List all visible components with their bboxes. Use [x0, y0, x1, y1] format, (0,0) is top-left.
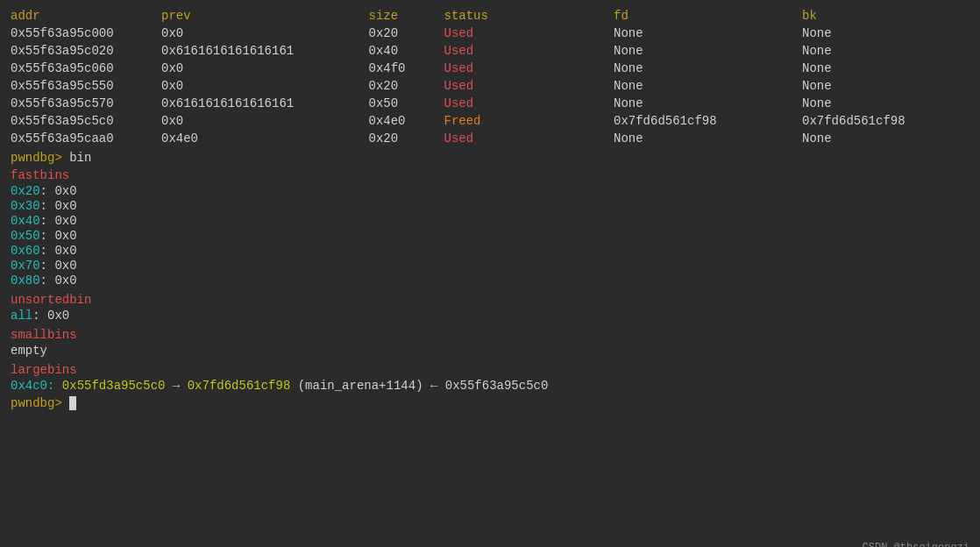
cell-status: Used: [444, 95, 614, 112]
cell-status: Used: [444, 130, 614, 147]
fastbins-label: fastbins: [11, 168, 980, 182]
fastbins-list: 0x20: 0x00x30: 0x00x40: 0x00x50: 0x00x60…: [11, 184, 980, 288]
cell-fd: None: [614, 130, 802, 147]
table-row: 0x55f63a95caa0 0x4e0 0x20 Used None None: [11, 130, 980, 147]
cell-bk: None: [802, 95, 980, 112]
fastbin-line: 0x80: 0x0: [11, 274, 980, 288]
cell-fd: 0x7fd6d561cf98: [614, 112, 802, 130]
table-row: 0x55f63a95c000 0x0 0x20 Used None None: [11, 25, 980, 42]
cell-status: Freed: [444, 112, 614, 130]
table-row: 0x55f63a95c570 0x6161616161616161 0x50 U…: [11, 95, 980, 112]
cell-addr: 0x55f63a95c020: [11, 42, 161, 60]
cell-fd: None: [614, 42, 802, 60]
cell-addr: 0x55f63a95c060: [11, 60, 161, 77]
cell-bk: None: [802, 42, 980, 60]
cell-prev: 0x6161616161616161: [161, 95, 369, 112]
command-text: bin: [69, 151, 91, 165]
cell-bk: 0x7fd6d561cf98: [802, 112, 980, 130]
cell-status: Used: [444, 42, 614, 60]
largebins-addr2: 0x7fd6d561cf98: [188, 379, 291, 393]
cell-size: 0x20: [369, 130, 444, 147]
table-row: 0x55f63a95c5c0 0x0 0x4e0 Freed 0x7fd6d56…: [11, 112, 980, 130]
heap-table: addr prev size status fd bk 0x55f63a95c0…: [11, 7, 980, 147]
smallbins-label: smallbins: [11, 328, 980, 342]
cell-size: 0x4f0: [369, 60, 444, 77]
cell-size: 0x20: [369, 25, 444, 42]
fastbin-line: 0x60: 0x0: [11, 244, 980, 258]
cell-status: Used: [444, 60, 614, 77]
cell-addr: 0x55f63a95caa0: [11, 130, 161, 147]
col-header-prev: prev: [161, 7, 369, 25]
cell-fd: None: [614, 95, 802, 112]
largebins-addr3: 0x55f63a95c5c0: [445, 379, 549, 393]
cell-prev: 0x4e0: [161, 130, 369, 147]
watermark: CSDN @tbsqigongzi: [863, 542, 969, 547]
col-header-bk: bk: [802, 7, 980, 25]
cell-addr: 0x55f63a95c570: [11, 95, 161, 112]
cell-addr: 0x55f63a95c000: [11, 25, 161, 42]
largebins-prefix: 0x4c0:: [11, 379, 54, 393]
cell-size: 0x20: [369, 77, 444, 95]
cell-bk: None: [802, 77, 980, 95]
cell-status: Used: [444, 77, 614, 95]
cell-fd: None: [614, 60, 802, 77]
cell-addr: 0x55f63a95c5c0: [11, 112, 161, 130]
fastbin-line: 0x30: 0x0: [11, 199, 980, 213]
final-prompt-line: pwndbg>: [11, 396, 980, 410]
table-row: 0x55f63a95c550 0x0 0x20 Used None None: [11, 77, 980, 95]
unsortedbin-all-line: all: 0x0: [11, 309, 980, 323]
table-row: 0x55f63a95c060 0x0 0x4f0 Used None None: [11, 60, 980, 77]
col-header-size: size: [369, 7, 444, 25]
cell-fd: None: [614, 77, 802, 95]
terminal: addr prev size status fd bk 0x55f63a95c0…: [11, 7, 980, 547]
cell-size: 0x4e0: [369, 112, 444, 130]
cell-prev: 0x0: [161, 77, 369, 95]
col-header-addr: addr: [11, 7, 161, 25]
fastbin-line: 0x40: 0x0: [11, 214, 980, 228]
fastbin-line: 0x70: 0x0: [11, 259, 980, 273]
cell-addr: 0x55f63a95c550: [11, 77, 161, 95]
cell-bk: None: [802, 60, 980, 77]
unsortedbin-label: unsortedbin: [11, 293, 980, 307]
command-line: pwndbg> bin: [11, 151, 980, 165]
prompt-label: pwndbg>: [11, 151, 62, 165]
fastbin-line: 0x50: 0x0: [11, 229, 980, 243]
cell-fd: None: [614, 25, 802, 42]
cell-bk: None: [802, 25, 980, 42]
final-prompt: pwndbg>: [11, 396, 62, 410]
largebins-addr1: 0x55fd3a95c5c0: [62, 379, 166, 393]
cell-size: 0x40: [369, 42, 444, 60]
largebins-label: largebins: [11, 363, 980, 377]
cell-prev: 0x6161616161616161: [161, 42, 369, 60]
cell-bk: None: [802, 130, 980, 147]
cell-size: 0x50: [369, 95, 444, 112]
fastbin-line: 0x20: 0x0: [11, 184, 980, 198]
largebins-label-text: (main_arena+1144): [298, 379, 423, 393]
col-header-fd: fd: [614, 7, 802, 25]
col-header-status: status: [444, 7, 614, 25]
smallbins-empty: empty: [11, 344, 980, 358]
cell-prev: 0x0: [161, 25, 369, 42]
largebins-arrow2: ←: [430, 379, 437, 393]
largebins-arrow1: →: [173, 379, 180, 393]
cell-prev: 0x0: [161, 112, 369, 130]
cell-status: Used: [444, 25, 614, 42]
cell-prev: 0x0: [161, 60, 369, 77]
largebins-line: 0x4c0: 0x55fd3a95c5c0 → 0x7fd6d561cf98 (…: [11, 379, 980, 393]
table-row: 0x55f63a95c020 0x6161616161616161 0x40 U…: [11, 42, 980, 60]
